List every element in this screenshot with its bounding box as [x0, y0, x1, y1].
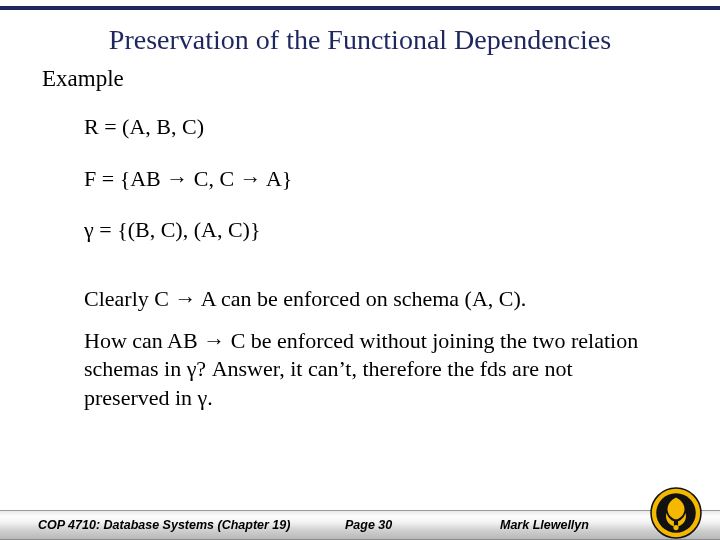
footer-author: Mark Llewellyn: [500, 518, 589, 532]
paragraph-2: How can AB → C be enforced without joini…: [84, 327, 644, 411]
definition-gamma: γ = {(B, C), (A, C)}: [84, 215, 678, 245]
footer-course: COP 4710: Database Systems (Chapter 19): [38, 518, 290, 532]
definition-r: R = (A, B, C): [84, 112, 678, 142]
ucf-pegasus-icon: [650, 487, 702, 539]
slide: Preservation of the Functional Dependenc…: [0, 0, 720, 540]
svg-point-2: [673, 525, 678, 530]
footer-page: Page 30: [345, 518, 392, 532]
spacer: [42, 267, 678, 285]
slide-title: Preservation of the Functional Dependenc…: [0, 10, 720, 66]
paragraph-1: Clearly C → A can be enforced on schema …: [84, 285, 644, 313]
footer-bar: COP 4710: Database Systems (Chapter 19) …: [0, 510, 720, 540]
slide-content: Example R = (A, B, C) F = {AB → C, C → A…: [0, 66, 720, 486]
definition-f: F = {AB → C, C → A}: [84, 164, 678, 194]
example-label: Example: [42, 66, 678, 92]
footer: COP 4710: Database Systems (Chapter 19) …: [0, 486, 720, 540]
